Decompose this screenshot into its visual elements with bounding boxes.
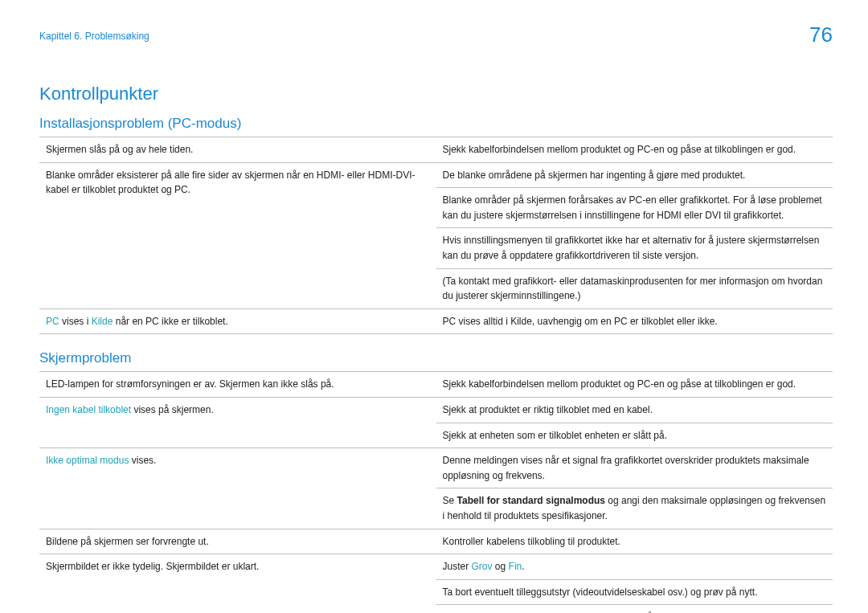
section1-table: Skjermen slås på og av hele tiden. Sjekk… xyxy=(39,137,833,334)
section2-table: LED-lampen for strømforsyningen er av. S… xyxy=(39,371,833,613)
cell-problem: Skjermbildet er ikke tydelig. Skjermbild… xyxy=(39,554,436,613)
text: når en PC ikke er tilkoblet. xyxy=(113,316,227,327)
cell-solution: Denne meldingen vises når et signal fra … xyxy=(436,448,833,488)
cell-solution: Angi oppløsningen og frekvensen til anbe… xyxy=(436,605,833,613)
text: vises i xyxy=(59,316,92,327)
cell-problem: LED-lampen for strømforsyningen er av. S… xyxy=(39,372,436,398)
table-row: PC vises i Kilde når en PC ikke er tilko… xyxy=(39,309,833,334)
table-row: Ingen kabel tilkoblet vises på skjermen.… xyxy=(39,397,833,423)
section1-heading: Installasjonsproblem (PC-modus) xyxy=(39,116,833,132)
accent-text: Fin xyxy=(509,561,522,572)
breadcrumb: Kapittel 6. Problemsøking xyxy=(39,31,833,42)
main-heading: Kontrollpunkter xyxy=(39,84,833,104)
cell-solution: Juster Grov og Fin. xyxy=(436,554,833,580)
cell-solution: Kontroller kabelens tilkobling til produ… xyxy=(436,529,833,554)
page-number: 76 xyxy=(809,22,833,47)
bold-text: Tabell for standard signalmodus xyxy=(457,495,605,506)
table-row: Skjermbildet er ikke tydelig. Skjermbild… xyxy=(39,554,833,580)
table-row: Skjermen slås på og av hele tiden. Sjekk… xyxy=(39,137,833,163)
text: og xyxy=(493,561,509,572)
text: vises på skjermen. xyxy=(131,404,214,415)
cell-solution: Sjekk kabelforbindelsen mellom produktet… xyxy=(436,372,833,398)
text: . xyxy=(522,561,524,572)
cell-solution: Hvis innstillingsmenyen til grafikkortet… xyxy=(436,228,833,268)
table-row: Bildene på skjermen ser forvrengte ut. K… xyxy=(39,529,833,554)
cell-solution: Se Tabell for standard signalmodus og an… xyxy=(436,488,833,529)
table-row: Blanke områder eksisterer på alle fire s… xyxy=(39,162,833,188)
text: vises. xyxy=(129,455,156,466)
accent-text: Ikke optimal modus xyxy=(46,455,129,466)
cell-solution: (Ta kontakt med grafikkort- eller datama… xyxy=(436,268,833,309)
cell-solution: Sjekk at enheten som er tilkoblet enhete… xyxy=(436,423,833,448)
text: Juster xyxy=(443,561,472,572)
accent-text: Kilde xyxy=(92,316,113,327)
table-row: LED-lampen for strømforsyningen er av. S… xyxy=(39,372,833,398)
accent-text: Grov xyxy=(472,561,493,572)
cell-solution: PC vises alltid i Kilde, uavhengig om en… xyxy=(436,309,833,334)
cell-solution: Sjekk kabelforbindelsen mellom produktet… xyxy=(436,137,833,163)
cell-problem: PC vises i Kilde når en PC ikke er tilko… xyxy=(39,309,436,334)
table-row: Ikke optimal modus vises. Denne meldinge… xyxy=(39,448,833,488)
section2-heading: Skjermproblem xyxy=(39,350,833,366)
page: Kapittel 6. Problemsøking 76 Kontrollpun… xyxy=(0,0,868,613)
cell-solution: De blanke områdene på skjermen har ingen… xyxy=(436,162,833,188)
cell-problem: Skjermen slås på og av hele tiden. xyxy=(39,137,436,163)
text: Se xyxy=(443,495,457,506)
cell-solution: Ta bort eventuelt tilleggsutstyr (videou… xyxy=(436,579,833,605)
cell-problem: Bildene på skjermen ser forvrengte ut. xyxy=(39,529,436,554)
accent-text: Ingen kabel tilkoblet xyxy=(46,404,131,415)
accent-text: PC xyxy=(46,316,59,327)
cell-solution: Sjekk at produktet er riktig tilkoblet m… xyxy=(436,397,833,423)
cell-solution: Blanke områder på skjermen forårsakes av… xyxy=(436,188,833,228)
cell-problem: Ikke optimal modus vises. xyxy=(39,448,436,529)
cell-problem: Blanke områder eksisterer på alle fire s… xyxy=(39,162,436,309)
cell-problem: Ingen kabel tilkoblet vises på skjermen. xyxy=(39,397,436,447)
